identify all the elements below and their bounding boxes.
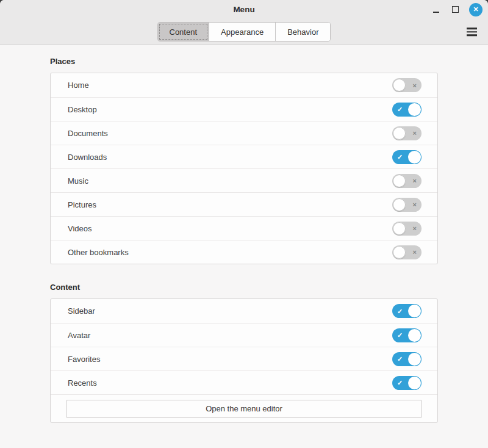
x-icon: × (413, 82, 417, 89)
maximize-icon (452, 6, 459, 13)
window-header: Menu ✕ Content Appearance Behavior (0, 0, 488, 45)
toggle-knob (408, 377, 421, 389)
x-icon: × (413, 249, 417, 256)
list-item-home: Home× (51, 73, 437, 97)
toggle-knob (393, 198, 406, 211)
toggle-switch-videos[interactable]: × (392, 222, 422, 236)
list-item-label: Pictures (68, 200, 96, 209)
close-button[interactable]: ✕ (469, 3, 483, 16)
list-item-label: Avatar (68, 331, 90, 340)
window-title: Menu (233, 5, 254, 14)
list-item-videos: Videos× (51, 216, 437, 240)
toggle-switch-favorites[interactable]: ✓ (392, 352, 422, 366)
tab-bar: Content Appearance Behavior (0, 19, 488, 45)
check-icon: ✓ (397, 380, 403, 386)
section-title: Places (50, 57, 438, 66)
list-item-recents: Recents✓ (51, 370, 437, 394)
toggle-knob (408, 353, 421, 366)
toggle-switch-pictures[interactable]: × (392, 198, 422, 212)
minimize-icon (433, 12, 439, 13)
list-item-label: Documents (68, 129, 108, 138)
list-item-label: Downloads (68, 153, 107, 162)
list-item-label: Favorites (68, 355, 100, 364)
list-item-downloads: Downloads✓ (51, 145, 437, 168)
list-item-label: Other bookmarks (68, 248, 129, 257)
toggle-knob (393, 175, 406, 187)
minimize-button[interactable] (431, 3, 441, 16)
x-icon: × (413, 201, 417, 208)
list-item-label: Videos (68, 224, 92, 233)
list-item-label: Sidebar (68, 306, 95, 316)
list-item-avatar: Avatar✓ (51, 323, 437, 347)
x-icon: × (413, 225, 417, 232)
toggle-knob (393, 79, 406, 92)
titlebar[interactable]: Menu ✕ (0, 0, 488, 19)
list-item-other-bookmarks: Other bookmarks× (51, 240, 437, 264)
check-icon: ✓ (397, 308, 403, 314)
check-icon: ✓ (397, 332, 403, 339)
check-icon: ✓ (397, 356, 403, 363)
toggle-knob (408, 305, 421, 317)
list-item-desktop: Desktop✓ (51, 97, 437, 121)
button-row: Open the menu editor (51, 394, 437, 422)
settings-card: Home×Desktop✓Documents×Downloads✓Music×P… (50, 73, 438, 264)
window-controls: ✕ (431, 0, 483, 19)
check-icon: ✓ (397, 106, 403, 113)
toggle-knob (408, 151, 421, 164)
toggle-switch-sidebar[interactable]: ✓ (392, 304, 422, 318)
list-item-label: Desktop (68, 105, 97, 114)
list-item-music: Music× (51, 168, 437, 192)
list-item-documents: Documents× (51, 121, 437, 145)
list-item-favorites: Favorites✓ (51, 347, 437, 370)
tab-behavior[interactable]: Behavior (275, 23, 330, 41)
toggle-switch-music[interactable]: × (392, 174, 422, 188)
settings-content: PlacesHome×Desktop✓Documents×Downloads✓M… (0, 45, 488, 448)
settings-window: Menu ✕ Content Appearance Behavior (0, 0, 488, 448)
close-icon: ✕ (473, 6, 478, 13)
list-item-sidebar: Sidebar✓ (51, 299, 437, 323)
tab-group: Content Appearance Behavior (157, 22, 331, 42)
x-icon: × (413, 130, 417, 137)
maximize-button[interactable] (450, 3, 460, 16)
toggle-knob (408, 329, 421, 342)
toggle-knob (393, 127, 406, 140)
settings-section-places: PlacesHome×Desktop✓Documents×Downloads✓M… (50, 57, 438, 264)
hamburger-menu-icon[interactable] (465, 25, 478, 38)
toggle-switch-downloads[interactable]: ✓ (392, 150, 422, 164)
toggle-knob (393, 246, 406, 259)
toggle-knob (393, 222, 406, 235)
sections-container: PlacesHome×Desktop✓Documents×Downloads✓M… (50, 57, 438, 423)
list-item-label: Recents (68, 378, 97, 388)
list-item-label: Home (68, 81, 89, 90)
check-icon: ✓ (397, 154, 403, 161)
open-menu-editor-button[interactable]: Open the menu editor (66, 400, 422, 418)
section-title: Content (50, 283, 438, 292)
settings-card: Sidebar✓Avatar✓Favorites✓Recents✓Open th… (50, 298, 438, 423)
list-item-pictures: Pictures× (51, 192, 437, 216)
x-icon: × (413, 178, 417, 184)
settings-section-content: ContentSidebar✓Avatar✓Favorites✓Recents✓… (50, 283, 438, 423)
tab-appearance[interactable]: Appearance (209, 23, 275, 41)
toggle-switch-home[interactable]: × (392, 78, 422, 92)
toggle-switch-desktop[interactable]: ✓ (392, 103, 422, 117)
toggle-switch-recents[interactable]: ✓ (392, 376, 422, 390)
list-item-label: Music (68, 176, 88, 186)
toggle-switch-avatar[interactable]: ✓ (392, 328, 422, 342)
tab-content[interactable]: Content (158, 23, 209, 41)
toggle-knob (408, 103, 421, 116)
toggle-switch-documents[interactable]: × (392, 126, 422, 140)
toggle-switch-other-bookmarks[interactable]: × (392, 245, 422, 259)
